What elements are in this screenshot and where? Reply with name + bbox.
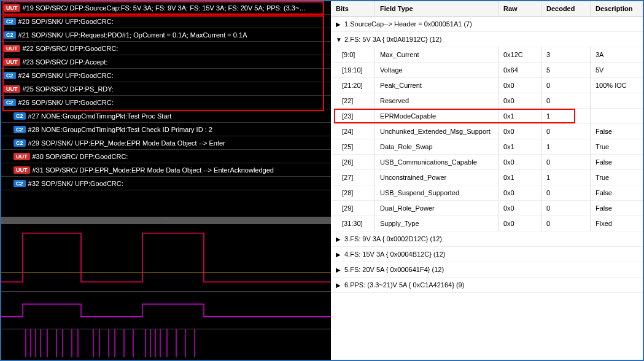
message-row[interactable]: UUT#25 SOP/SRC/ DFP:PS_RDY: [1,82,331,96]
cell-field: Unconstrained_Power [375,170,499,185]
collapse-arrow-icon: ▼ [336,36,344,43]
cell-bits: [22] [331,93,375,108]
cell-bits: [31:30] [331,216,375,231]
group-row-2[interactable]: ▼ 2.FS: 5V 3A { 0x0A81912C} (12) [331,32,643,47]
message-row[interactable]: C2#32 SOP/SNK/ UFP:GoodCRC: [1,177,331,190]
cell-decoded: 0 [541,155,591,169]
cell-raw: 0x64 [499,63,541,77]
group-label: 4.FS: 15V 3A { 0x0004B12C} (12) [344,250,446,258]
details-panel: Bits Field Type Raw Decoded Description … [331,1,643,360]
message-list[interactable]: UUT#19 SOP/SRC/ DFP:SourceCap:FS: 5V 3A;… [1,1,331,217]
cell-decoded: 1 [541,139,591,154]
data-row[interactable]: [27]Unconstrained_Power0x11True [331,170,643,185]
group-row-5[interactable]: ▶ 5.FS: 20V 5A { 0x000641F4} (12) [331,262,643,278]
message-text: #19 SOP/SRC/ DFP:SourceCap:FS: 5V 3A; FS… [23,4,306,12]
cell-decoded: 0 [541,185,591,200]
source-tag: C2 [14,126,26,133]
cell-field: Supply_Type [375,216,499,231]
message-row[interactable]: C2#29 SOP/SNK/ UFP:EPR_Mode:EPR Mode Dat… [1,136,331,150]
group-row-1[interactable]: ▶ 1.SourceCap--> Header = 0x000051A1 (7) [331,17,643,32]
cell-bits: [27] [331,170,375,185]
cell-raw: 0x0 [499,155,541,169]
header-decoded[interactable]: Decoded [541,1,591,16]
group-row-3[interactable]: ▶ 3.FS: 9V 3A { 0x0002D12C} (12) [331,231,643,247]
message-text: #26 SOP/SNK/ UFP:GoodCRC: [18,99,114,106]
data-row[interactable]: [28]USB_Suspend_Supported0x00False [331,185,643,201]
cell-field: Dual_Role_Power [375,201,499,215]
cell-raw: 0x0 [499,78,541,93]
message-row[interactable]: UUT#22 SOP/SRC/ DFP:GoodCRC: [1,42,331,55]
source-tag: UUT [4,85,20,93]
group-row-4[interactable]: ▶ 4.FS: 15V 3A { 0x0004B12C} (12) [331,247,643,262]
cell-desc: False [591,124,643,139]
data-row[interactable]: [24]Unchunked_Extended_Msg_Support0x00Fa… [331,124,643,139]
data-row[interactable]: [29]Dual_Role_Power0x00False [331,201,643,216]
source-tag: C2 [14,112,26,120]
cell-bits: [29] [331,201,375,215]
message-row[interactable]: C2#24 SOP/SNK/ UFP:GoodCRC: [1,69,331,82]
message-text: #24 SOP/SNK/ UFP:GoodCRC: [18,72,114,79]
panel-drag-handle[interactable]: … [1,217,331,222]
message-row[interactable]: C2#28 NONE:GroupCmdTimingPkt:Test Check … [1,123,331,136]
cell-raw: 0x0 [499,216,541,231]
cell-decoded: 0 [541,201,591,215]
message-row[interactable]: UUT#23 SOP/SRC/ DFP:Accept: [1,55,331,69]
cell-decoded: 5 [541,63,591,77]
cell-decoded: 0 [541,78,591,93]
message-text: #29 SOP/SNK/ UFP:EPR_Mode:EPR Mode Data … [28,139,225,147]
cell-bits: [9:0] [331,47,375,62]
cell-desc [591,109,643,123]
cell-raw: 0x1 [499,109,541,123]
message-row[interactable]: UUT#30 SOP/SRC/ DFP:GoodCRC: [1,150,331,163]
cell-field: Reserved [375,93,499,108]
source-tag: C2 [4,31,16,39]
message-row[interactable]: C2#27 NONE:GroupCmdTimingPkt:Test Proc S… [1,109,331,123]
waveform-channel-1[interactable] [1,224,331,292]
group-row-6[interactable]: ▶ 6.PPS: (3.3~21)V 5A { 0xC1A42164} (9) [331,278,643,293]
header-field[interactable]: Field Type [375,1,499,16]
table-body[interactable]: ▶ 1.SourceCap--> Header = 0x000051A1 (7)… [331,17,643,360]
cell-raw: 0x0 [499,93,541,108]
cell-desc: True [591,139,643,154]
data-row[interactable]: [25]Data_Role_Swap0x11True [331,139,643,155]
header-description[interactable]: Description [591,1,643,16]
message-row[interactable]: UUT#19 SOP/SRC/ DFP:SourceCap:FS: 5V 3A;… [1,1,331,15]
cell-raw: 0x1 [499,139,541,154]
data-row[interactable]: [31:30]Supply_Type0x00Fixed [331,216,643,231]
expand-arrow-icon: ▶ [336,282,344,289]
cell-field: Peak_Current [375,78,499,93]
waveform-channel-2[interactable] [1,292,331,360]
message-text: #30 SOP/SRC/ DFP:GoodCRC: [33,153,128,160]
message-row[interactable]: C2#21 SOP/SNK/ UFP:Request:PDO#1; OpCurr… [1,28,331,42]
header-bits[interactable]: Bits [331,1,375,16]
message-row[interactable]: UUT#31 SOP/SRC/ DFP:EPR_Mode:EPR Mode Da… [1,163,331,177]
cell-desc: 100% IOC [591,78,643,93]
cell-desc: False [591,185,643,200]
source-tag: C2 [14,139,26,147]
cell-desc: True [591,170,643,185]
cell-raw: 0x0 [499,124,541,139]
source-tag: UUT [14,166,30,174]
cell-desc: 5V [591,63,643,77]
source-tag: UUT [14,153,30,160]
data-row[interactable]: [26]USB_Communications_Capable0x00False [331,155,643,170]
source-tag: C2 [4,18,16,25]
header-raw[interactable]: Raw [499,1,541,16]
cell-desc: False [591,201,643,215]
data-row[interactable]: [22]Reserved0x00 [331,93,643,109]
message-row[interactable]: C2#20 SOP/SNK/ UFP:GoodCRC: [1,15,331,28]
data-row[interactable]: [19:10]Voltage0x6455V [331,63,643,78]
cell-field: USB_Suspend_Supported [375,185,499,200]
cell-bits: [24] [331,124,375,139]
message-row[interactable]: C2#26 SOP/SNK/ UFP:GoodCRC: [1,96,331,109]
data-row[interactable]: [23]EPRModeCapable0x11 [331,109,643,124]
cell-decoded: 1 [541,109,591,123]
data-row[interactable]: [21:20]Peak_Current0x00100% IOC [331,78,643,93]
cell-bits: [23] [331,109,375,123]
cell-desc [591,93,643,108]
cell-decoded: 1 [541,170,591,185]
cell-raw: 0x0 [499,185,541,200]
data-row[interactable]: [9:0]Max_Current0x12C33A [331,47,643,63]
message-text: #25 SOP/SRC/ DFP:PS_RDY: [23,85,114,93]
source-tag: C2 [4,72,16,79]
